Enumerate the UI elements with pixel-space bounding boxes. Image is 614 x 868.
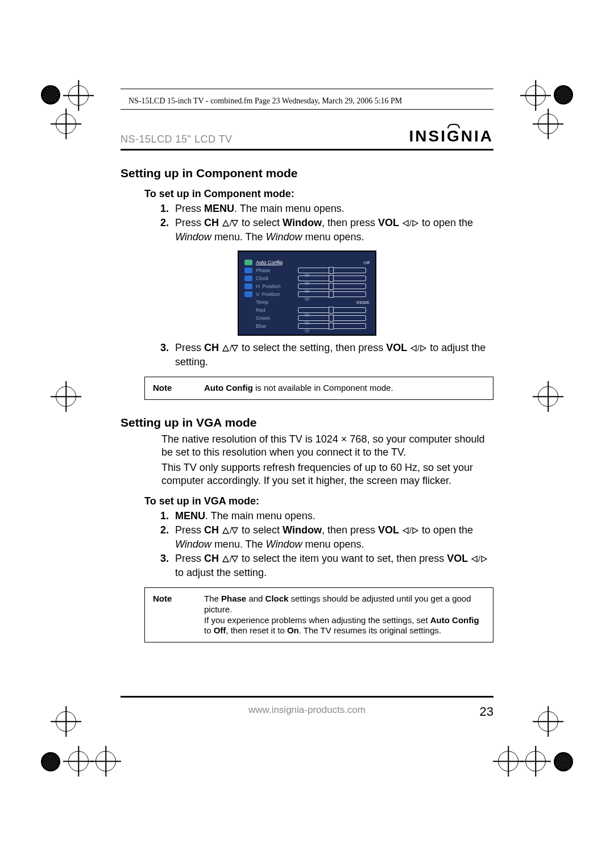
osd-row-icon <box>244 315 252 321</box>
osd-row-label: Clock <box>256 276 294 281</box>
side-target-icon <box>56 711 76 732</box>
svg-text:/: / <box>417 344 420 352</box>
note-box-2: Note The Phase and Clock settings should… <box>144 587 493 642</box>
model-id: NS-15LCD 15" LCD TV <box>121 133 233 145</box>
svg-marker-20 <box>232 556 238 562</box>
svg-marker-15 <box>403 528 408 533</box>
crop-target-icon <box>525 751 546 771</box>
page-footer: www.insignia-products.com 23 <box>121 696 493 716</box>
osd-row: Red50 <box>244 307 370 313</box>
svg-marker-14 <box>232 528 238 533</box>
osd-row-label: V. Position <box>256 291 294 297</box>
step-3: Press CH / to select the item you want t… <box>172 552 493 579</box>
osd-row-label: Auto Config <box>256 260 294 265</box>
svg-marker-18 <box>223 556 229 562</box>
subheading-vga: To set up in VGA mode: <box>144 495 493 507</box>
osd-row: H. Position50 <box>244 283 370 289</box>
svg-marker-12 <box>223 528 229 533</box>
osd-row-icon <box>244 268 252 273</box>
svg-marker-9 <box>411 345 416 351</box>
svg-marker-17 <box>413 528 418 533</box>
osd-slider <box>298 323 366 329</box>
osd-row-label: Temp <box>256 299 294 305</box>
svg-marker-5 <box>413 220 418 226</box>
svg-marker-23 <box>482 556 487 562</box>
heading-component: Setting up in Component mode <box>121 166 493 180</box>
crop-header-rule <box>121 109 493 110</box>
osd-slider <box>298 268 366 273</box>
osd-row-icon <box>244 307 252 313</box>
osd-slider <box>298 283 366 289</box>
osd-slider <box>298 307 366 313</box>
crop-target-icon <box>68 85 89 106</box>
svg-marker-0 <box>223 220 229 226</box>
osd-row: Blue50 <box>244 323 370 329</box>
subheading-component: To set up in Component mode: <box>144 188 493 200</box>
step-3: Press CH / to select the setting, then p… <box>172 341 493 369</box>
component-steps-cont: Press CH / to select the setting, then p… <box>172 341 493 369</box>
note-box-1: Note Auto Config is not available in Com… <box>144 377 493 400</box>
crop-ball-icon <box>41 752 60 771</box>
svg-marker-21 <box>472 556 477 562</box>
osd-row-label: Green <box>256 315 294 321</box>
note-text: The Phase and Clock settings should be a… <box>204 588 493 642</box>
vga-para-2: This TV only supports refresh frequencie… <box>161 461 493 487</box>
osd-row-icon <box>244 299 252 305</box>
crop-ball-icon <box>554 85 573 105</box>
footer-url: www.insignia-products.com <box>248 704 366 716</box>
osd-row-label: Blue <box>256 323 294 329</box>
step-2: Press CH / to select Window, then press … <box>172 216 493 244</box>
osd-row-icon <box>244 260 252 265</box>
component-steps: Press MENU. The main menu opens. Press C… <box>172 202 493 244</box>
side-target-icon <box>538 711 558 732</box>
crop-header-text: NS-15LCD 15-inch TV - combined.fm Page 2… <box>128 97 402 106</box>
svg-marker-3 <box>403 220 408 226</box>
svg-marker-8 <box>232 345 238 351</box>
up-down-triangle-icon: / <box>222 218 239 231</box>
side-target-icon <box>538 386 558 407</box>
step-1: MENU. The main menu opens. <box>172 510 493 523</box>
osd-row-icon <box>244 291 252 297</box>
left-right-triangle-icon: / <box>410 343 427 356</box>
left-right-triangle-icon: / <box>402 218 419 231</box>
side-target-icon <box>56 114 76 134</box>
osd-row-label: Red <box>256 307 294 313</box>
step-2: Press CH / to select Window, then press … <box>172 524 493 551</box>
brand-logo: INSIGNIA <box>409 127 493 145</box>
side-target-icon <box>538 114 558 134</box>
left-right-triangle-icon: / <box>402 525 419 538</box>
crop-target-icon <box>498 751 518 771</box>
osd-row-icon <box>244 283 252 289</box>
osd-row: Green50 <box>244 315 370 321</box>
vga-steps: MENU. The main menu opens. Press CH / to… <box>172 510 493 579</box>
crop-ball-icon <box>554 752 573 771</box>
svg-text:/: / <box>478 555 480 563</box>
note-label: Note <box>145 588 204 609</box>
side-target-icon <box>56 386 76 407</box>
up-down-triangle-icon: / <box>222 343 239 356</box>
note-text: Auto Config is not available in Componen… <box>204 377 493 399</box>
osd-row: Clock50 <box>244 276 370 281</box>
note-label: Note <box>145 377 204 398</box>
osd-row-icon <box>244 323 252 329</box>
up-down-triangle-icon: / <box>222 525 239 538</box>
osd-value: 50 <box>305 329 309 333</box>
up-down-triangle-icon: / <box>222 553 239 566</box>
heading-vga: Setting up in VGA mode <box>121 416 493 429</box>
vga-para-1: The native resolution of this TV is 1024… <box>161 433 493 459</box>
crop-header-rule <box>121 89 493 89</box>
crop-target-icon <box>525 85 546 106</box>
page-body: NS-15LCD 15" LCD TV INSIGNIA Setting up … <box>121 127 493 707</box>
crop-target-icon <box>96 751 116 771</box>
crop-target-icon <box>68 751 89 771</box>
osd-row-label: H. Position <box>256 283 294 289</box>
osd-slider <box>298 276 366 281</box>
osd-row: V. Position50 <box>244 291 370 297</box>
osd-row-icon <box>244 276 252 281</box>
svg-marker-11 <box>421 345 426 351</box>
osd-value: 9300K <box>356 300 370 305</box>
osd-row: Temp9300K <box>244 299 370 305</box>
page-number: 23 <box>480 704 493 719</box>
left-right-triangle-icon: / <box>471 553 488 566</box>
svg-marker-6 <box>223 345 229 351</box>
